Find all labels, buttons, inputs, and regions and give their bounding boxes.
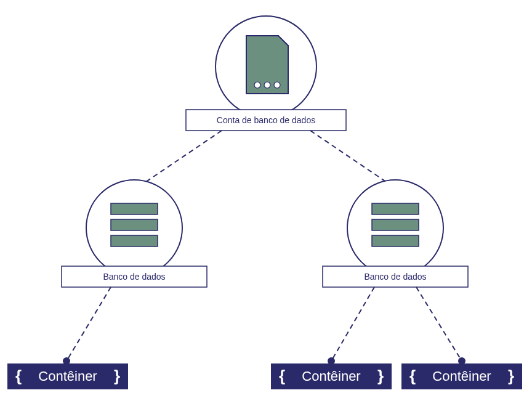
database-label: Banco de dados bbox=[103, 272, 165, 282]
database-node-right: Banco de dados bbox=[323, 180, 468, 287]
connector-db-container-1 bbox=[63, 287, 111, 365]
bar-icon bbox=[372, 219, 419, 230]
hierarchy-diagram: Conta de banco de dados Banco de dados B… bbox=[0, 0, 532, 414]
dot-icon bbox=[274, 82, 280, 88]
container-node-2: { Contêiner } bbox=[271, 363, 392, 389]
brace-right-icon: } bbox=[508, 367, 514, 385]
database-label: Banco de dados bbox=[364, 272, 426, 282]
container-node-1: { Contêiner } bbox=[7, 363, 128, 389]
bar-icon bbox=[372, 203, 419, 214]
container-label: Contêiner bbox=[38, 368, 97, 384]
svg-line-4 bbox=[66, 287, 111, 361]
bar-icon bbox=[111, 219, 158, 230]
database-node-left: Banco de dados bbox=[62, 180, 207, 287]
container-node-3: { Contêiner } bbox=[401, 363, 522, 389]
dot-icon bbox=[254, 82, 260, 88]
dot-icon bbox=[264, 82, 270, 88]
brace-left-icon: { bbox=[279, 367, 285, 385]
svg-line-8 bbox=[416, 287, 462, 361]
brace-right-icon: } bbox=[114, 367, 120, 385]
bar-icon bbox=[111, 203, 158, 214]
container-label: Contêiner bbox=[302, 368, 360, 384]
svg-line-6 bbox=[331, 287, 374, 361]
connector-db-container-3 bbox=[416, 287, 465, 365]
brace-left-icon: { bbox=[409, 367, 416, 385]
account-node: Conta de banco de dados bbox=[186, 16, 346, 131]
brace-left-icon: { bbox=[15, 367, 22, 385]
bar-icon bbox=[372, 235, 419, 246]
brace-right-icon: } bbox=[377, 367, 384, 385]
connector-db-container-2 bbox=[328, 287, 374, 365]
container-label: Contêiner bbox=[432, 368, 491, 384]
account-label: Conta de banco de dados bbox=[217, 115, 315, 125]
bar-icon bbox=[111, 235, 158, 246]
